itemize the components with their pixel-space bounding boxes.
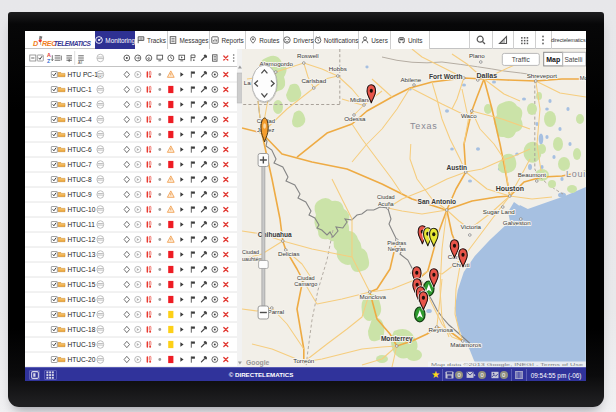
svg-text:HTUC-8: HTUC-8 (67, 176, 92, 183)
svg-text:HTUC-4: HTUC-4 (67, 116, 92, 123)
svg-text:Shreveport: Shreveport (527, 73, 558, 80)
svg-text:Parral: Parral (268, 308, 285, 315)
svg-text:Roswell: Roswell (297, 52, 319, 59)
svg-text:HTUC-7: HTUC-7 (67, 161, 92, 168)
svg-text:San Antonio: San Antonio (418, 198, 457, 205)
svg-text:Carlsbad: Carlsbad (302, 77, 327, 84)
svg-text:HTUC-1: HTUC-1 (67, 86, 92, 93)
svg-text:Abilene: Abilene (401, 76, 422, 83)
svg-text:HTUC-15: HTUC-15 (67, 281, 95, 288)
svg-text:Galveston: Galveston (503, 219, 531, 226)
svg-text:HTUC-11: HTUC-11 (67, 221, 95, 228)
svg-text:Google: Google (246, 359, 270, 367)
svg-text:Monclova: Monclova (360, 293, 387, 300)
svg-text:Fort Worth: Fort Worth (429, 73, 463, 80)
svg-text:Ciudad: Ciudad (242, 249, 259, 255)
svg-text:Odessa: Odessa (344, 116, 366, 123)
svg-text:HTUC-10: HTUC-10 (67, 206, 95, 213)
svg-text:Hobbs: Hobbs (329, 65, 347, 72)
svg-text:Traffic: Traffic (512, 56, 531, 63)
svg-text:D: D (33, 39, 38, 48)
svg-text:La: La (244, 79, 251, 86)
svg-text:Waco: Waco (461, 112, 477, 119)
svg-text:Map: Map (546, 56, 560, 64)
svg-text:HTUC-19: HTUC-19 (67, 341, 95, 348)
svg-text:HTUC-20: HTUC-20 (67, 356, 95, 363)
svg-text:HTUC-6: HTUC-6 (67, 146, 92, 153)
svg-text:Delicias: Delicias (278, 250, 300, 257)
svg-text:HTUC-17: HTUC-17 (67, 311, 95, 318)
svg-text:HTUC-16: HTUC-16 (67, 296, 95, 303)
svg-text:Ciudad: Ciudad (377, 194, 395, 200)
svg-text:Negras: Negras (388, 246, 406, 252)
svg-text:Houston: Houston (496, 185, 524, 192)
svg-text:HTUC-5: HTUC-5 (67, 131, 92, 138)
svg-text:Satelli: Satelli (565, 56, 583, 63)
svg-text:Texas: Texas (410, 121, 437, 131)
svg-text:Victoria: Victoria (461, 223, 482, 230)
svg-text:All: All (78, 61, 82, 65)
svg-text:Matamoros: Matamoros (451, 341, 482, 348)
svg-text:Dallas: Dallas (477, 72, 498, 79)
svg-text:Monterrey: Monterrey (381, 335, 413, 343)
svg-text:Beaumont: Beaumont (518, 171, 546, 178)
svg-text:Torreón: Torreón (293, 357, 315, 364)
svg-text:Mon: Mon (580, 75, 586, 81)
svg-text:Sugar Land: Sugar Land (483, 208, 516, 215)
svg-text:Loui: Loui (566, 169, 586, 179)
svg-text:HTUC-13: HTUC-13 (67, 251, 95, 258)
svg-text:HTUC-12: HTUC-12 (67, 236, 95, 243)
svg-text:Austin: Austin (447, 164, 467, 171)
svg-text:HTUC-9: HTUC-9 (67, 191, 92, 198)
svg-text:Camargo: Camargo (295, 281, 318, 287)
svg-text:Reynosa: Reynosa (429, 326, 454, 333)
svg-text:Plano: Plano (469, 52, 485, 59)
svg-text:HTUC-18: HTUC-18 (67, 326, 95, 333)
svg-text:HTUC-2: HTUC-2 (67, 101, 92, 108)
svg-text:Acuña: Acuña (378, 202, 395, 208)
svg-text:TELEMATICS: TELEMATICS (53, 40, 91, 47)
svg-text:HTUC-14: HTUC-14 (67, 266, 95, 273)
